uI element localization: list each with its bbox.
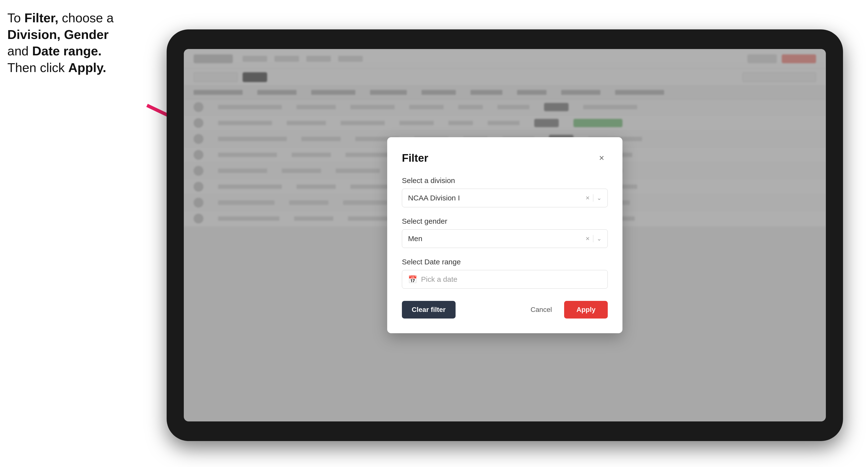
gender-select-actions: × ⌄	[586, 235, 601, 242]
tablet-screen: Filter × Select a division NCAA Division…	[184, 49, 826, 422]
date-range-input[interactable]: 📅 Pick a date	[402, 270, 608, 289]
date-form-group: Select Date range 📅 Pick a date	[402, 258, 608, 289]
modal-header: Filter ×	[402, 152, 608, 164]
gender-clear-icon[interactable]: ×	[586, 235, 590, 242]
modal-title: Filter	[402, 152, 428, 164]
clear-filter-button[interactable]: Clear filter	[402, 301, 456, 318]
division-select[interactable]: NCAA Division I × ⌄	[402, 189, 608, 207]
cancel-button[interactable]: Cancel	[523, 301, 559, 318]
gender-select-divider	[593, 235, 593, 242]
gender-select[interactable]: Men × ⌄	[402, 229, 608, 248]
apply-button[interactable]: Apply	[564, 301, 608, 318]
tablet-frame: Filter × Select a division NCAA Division…	[167, 29, 843, 441]
gender-label: Select gender	[402, 217, 608, 225]
division-select-actions: × ⌄	[586, 194, 601, 201]
filter-modal: Filter × Select a division NCAA Division…	[387, 137, 622, 333]
modal-overlay: Filter × Select a division NCAA Division…	[184, 49, 826, 422]
date-label: Select Date range	[402, 258, 608, 266]
modal-footer-right: Cancel Apply	[523, 301, 608, 318]
gender-value: Men	[408, 235, 586, 243]
date-placeholder: Pick a date	[421, 275, 457, 283]
division-value: NCAA Division I	[408, 194, 586, 202]
instruction-text: To Filter, choose a Division, Gender and…	[7, 10, 150, 76]
calendar-icon: 📅	[408, 275, 417, 284]
modal-close-button[interactable]: ×	[595, 152, 608, 164]
division-chevron-icon: ⌄	[597, 194, 601, 201]
division-select-divider	[593, 194, 593, 201]
division-clear-icon[interactable]: ×	[586, 194, 590, 201]
modal-footer: Clear filter Cancel Apply	[402, 301, 608, 318]
division-form-group: Select a division NCAA Division I × ⌄	[402, 177, 608, 207]
gender-form-group: Select gender Men × ⌄	[402, 217, 608, 248]
division-label: Select a division	[402, 177, 608, 185]
gender-chevron-icon: ⌄	[597, 235, 601, 242]
